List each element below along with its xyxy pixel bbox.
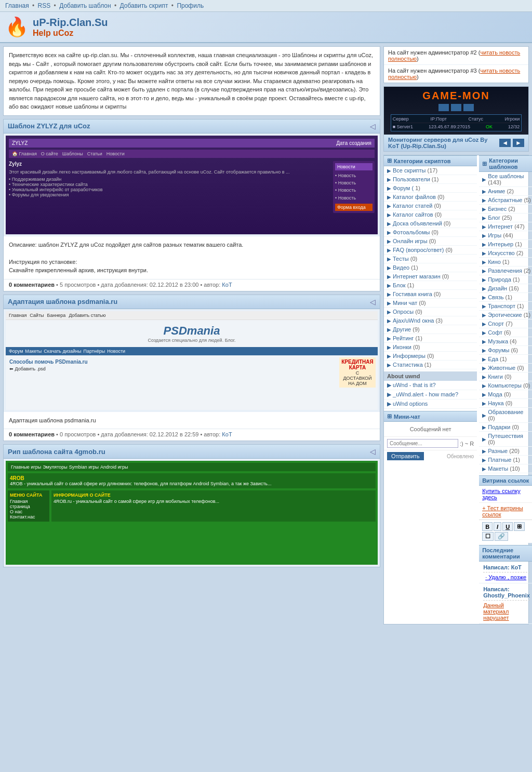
cat-articles: ▶Каталог статей (0) — [384, 202, 477, 210]
chat-input[interactable] — [387, 439, 458, 448]
tpl-all: ▶Все шаблоны (143) — [479, 172, 532, 187]
underline-button[interactable]: U — [502, 522, 513, 531]
monitor-title: Мониторинг серверов для uCoz By KoT (Up-… — [388, 137, 499, 149]
post-psdmania-body: Адаптация шаблона psdmania.ru — [4, 412, 380, 429]
link-button[interactable]: 🔗 — [495, 532, 508, 541]
mini-chat-header: ⊞ Мини-чат — [384, 411, 477, 422]
news-item-2: На сайт нужен администратор #3 (читать н… — [384, 65, 528, 83]
cat-minichat: ▶Мини чат (0) — [384, 299, 477, 308]
chat-empty: Сообщений нет — [384, 422, 477, 436]
tpl-paid: ▶Платные (1) — [479, 456, 532, 464]
tpl-erotic: ▶Эротические (1) — [479, 311, 532, 320]
server-monitor-preview: GAME-MON СерверIP:ПортСтатусИгроки ■ Ser… — [384, 87, 528, 135]
tpl-abstract: ▶Абстрактные (5) — [479, 196, 532, 205]
psdmania-screenshot: Главная Сайты Баннера Добавить статью PS… — [6, 311, 378, 410]
cat-photos: ▶Фотоальбомы (0) — [384, 228, 477, 237]
intro-box: Приветствую всех на сайте up-rip.clan.su… — [3, 46, 380, 116]
logo-text: uP-Rip.Clan.Su Help uCoz — [33, 17, 108, 38]
monitor-nav: ◄ ► — [499, 139, 524, 147]
site-header: 🔥 uP-Rip.Clan.Su Help uCoz — [0, 12, 532, 43]
tpl-blog: ▶Блог (25) — [479, 214, 532, 222]
mini-chat-title: Мини-чат — [394, 414, 420, 420]
templates-header: ⊞ Категории шаблонов — [479, 155, 532, 172]
scripts-title: Категории скриптов — [394, 158, 450, 164]
table-button[interactable]: ⊞ — [514, 522, 525, 531]
nav-add-script[interactable]: Добавить скрипт — [120, 2, 168, 9]
wave-btn[interactable]: ~ — [465, 441, 468, 447]
tpl-music: ▶Музыка (4) — [479, 337, 532, 346]
updated-label: Обновлено — [447, 454, 474, 459]
post-psdmania-header: Адаптация шаблона psdmania.ru ◁ — [4, 295, 380, 309]
post-zylyz-title: Шаблон ZYLYZ для uCoz — [8, 122, 90, 130]
image-button[interactable]: ☐ — [482, 532, 494, 541]
smiley-btn[interactable]: :) — [460, 441, 463, 447]
tpl-nature: ▶Природа (1) — [479, 275, 532, 284]
nav-home[interactable]: Главная — [5, 2, 29, 9]
nav-rss[interactable]: RSS — [38, 2, 51, 9]
cat-sites: ▶Каталог сайтов (0) — [384, 210, 477, 219]
nav-profile[interactable]: Профиль — [177, 2, 204, 9]
bold-button[interactable]: B — [482, 522, 493, 531]
cat-forum: ▶Форум ( 1) — [384, 184, 477, 193]
about-uwnd-header: About uwnd — [384, 371, 477, 381]
tpl-animals: ▶Животные (0) — [479, 364, 532, 372]
cat-files: ▶Каталог файлов (0) — [384, 193, 477, 202]
about-what: ▶ uWnd - that is it? — [384, 381, 477, 390]
vitrina-header: Витрина ссылок — [479, 475, 532, 486]
post-4gmob-preview: Главные игры Эмуляторы Symbian игры Andr… — [4, 459, 380, 567]
italic-button[interactable]: I — [494, 522, 501, 531]
author-link-psd[interactable]: КоТ — [222, 431, 232, 437]
tpl-anime: ▶Аниме (2) — [479, 187, 532, 196]
tpl-sport: ▶Спорт (7) — [479, 320, 532, 328]
tpl-business: ▶Бизнес (2) — [479, 205, 532, 214]
comment-2-author: Написал: Ghostly_Phoenix — [483, 586, 530, 598]
tpl-interior: ▶Интерьер (1) — [479, 240, 532, 249]
editor-buttons: B I U ⊞ ☐ 🔗 — [479, 520, 532, 543]
collapse-icon-4gmob[interactable]: ◁ — [370, 447, 376, 456]
flame-icon: 🔥 — [5, 16, 29, 38]
comment-1-text: · Удалю , позже — [483, 574, 530, 580]
right-column: На сайт нужен администратор #2 (читать н… — [383, 46, 529, 628]
tpl-mockups: ▶Макеты (10) — [479, 464, 532, 473]
collapse-icon[interactable]: ◁ — [370, 122, 376, 130]
monitor-next[interactable]: ► — [513, 139, 524, 147]
tpl-cinema: ▶Кино (1) — [479, 258, 532, 267]
news-box: На сайт нужен администратор #2 (читать н… — [383, 46, 529, 83]
post-psdmania: Адаптация шаблона psdmania.ru ◁ Главная … — [3, 295, 380, 442]
tpl-forums: ▶Форумы (6) — [479, 346, 532, 355]
cat-stats: ▶Статистика (1) — [384, 361, 477, 369]
refresh-btn[interactable]: R — [470, 441, 474, 447]
categories-grid: ⊞ Категории скриптов ▶Все скрипты (17) ▶… — [384, 155, 528, 624]
cat-video: ▶Видео (1) — [384, 263, 477, 272]
cat-guestbook: ▶Гостивая книга (0) — [384, 290, 477, 299]
comment-1: Написал: КоТ · Удалю , позже — [479, 562, 532, 583]
tpl-fashion: ▶Мода (0) — [479, 390, 532, 399]
cat-all-scripts: ▶Все скрипты (17) — [384, 166, 477, 175]
post-zylyz-preview: ZYLYZ Дата создания 🏠 Главная О сайте Ша… — [4, 134, 380, 236]
comment-2-link[interactable]: Данный материал нарушает — [483, 602, 509, 621]
test-vitrina-link[interactable]: + Тест витрины ссылок — [482, 505, 523, 517]
monitor-prev[interactable]: ◄ — [499, 139, 511, 147]
tpl-books: ▶Книги (0) — [479, 372, 532, 381]
buy-link[interactable]: Купить ссылку здесь — [482, 488, 521, 500]
vitrina-title: Витрина ссылок — [482, 477, 529, 484]
logo: 🔥 uP-Rip.Clan.Su Help uCoz — [5, 16, 108, 38]
post-4gmob-title: Рип шаблона сайта 4gmob.ru — [8, 448, 105, 456]
tpl-education: ▶Образование (0) — [479, 408, 532, 423]
tpl-internet: ▶Интернет (47) — [479, 222, 532, 231]
post-zylyz-header: Шаблон ZYLYZ для uCoz ◁ — [4, 119, 380, 134]
last-comments-title: Последние комментарии — [482, 547, 531, 560]
author-link[interactable]: КоТ — [222, 282, 232, 288]
templates-title: Категории шаблонов — [489, 157, 531, 170]
tpl-travel: ▶Путешествия (0) — [479, 432, 532, 447]
nav-add-template[interactable]: Добавить шаблон — [59, 2, 111, 9]
tpl-communication: ▶Связь (1) — [479, 293, 532, 302]
tpl-design: ▶Дизайн (16) — [479, 284, 532, 293]
comment-1-link[interactable]: · Удалю , позже — [485, 574, 526, 580]
post-4gmob-header: Рип шаблона сайта 4gmob.ru ◁ — [4, 445, 380, 459]
cat-rating: ▶Рейтинг (1) — [384, 334, 477, 343]
send-button[interactable]: Отправить — [387, 452, 424, 460]
collapse-icon-psd[interactable]: ◁ — [370, 298, 376, 306]
post-psdmania-title: Адаптация шаблона psdmania.ru — [8, 298, 117, 305]
intro-text: Приветствую всех на сайте up-rip.clan.su… — [9, 52, 373, 110]
